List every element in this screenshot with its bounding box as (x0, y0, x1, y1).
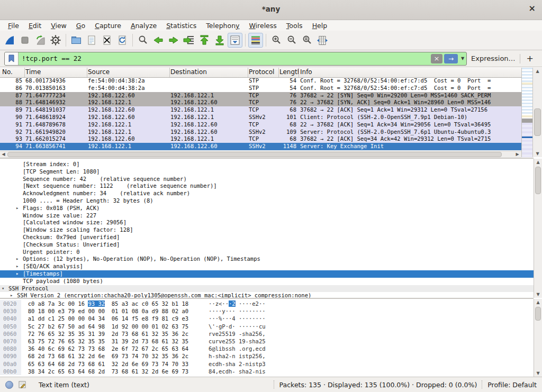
menu-view[interactable]: View (46, 21, 71, 31)
filter-bookmark-button[interactable] (5, 52, 19, 65)
detail-line[interactable]: Window size value: 227 (0, 212, 534, 220)
hex-row-0060[interactable]: 0060 72 76 65 32 35 35 31 39 2d 73 68 61… (0, 330, 534, 338)
detail-line[interactable]: Sequence number: 42 (relative sequence n… (0, 176, 534, 183)
hscroll-thumb[interactable] (7, 152, 502, 157)
close-window-button[interactable]: × (529, 4, 536, 13)
menu-help[interactable]: Help (308, 21, 332, 31)
reload-file-icon[interactable] (115, 33, 130, 48)
detail-line[interactable]: TCP payload (1080 bytes) (0, 278, 534, 285)
menu-go[interactable]: Go (71, 21, 90, 31)
packet-row-93[interactable]: 9371.662015274192.168.122.60192.168.122.… (0, 135, 521, 143)
stop-capture-icon[interactable] (17, 33, 32, 48)
start-capture-icon[interactable] (2, 33, 17, 48)
hex-vscrollbar[interactable]: ▲ ▼ (534, 299, 542, 377)
column-divider[interactable] (169, 68, 170, 77)
column-divider[interactable] (248, 68, 248, 77)
scroll-down-arrow[interactable]: ▼ (534, 370, 542, 377)
hex-row-0030[interactable]: 0030 80 18 00 e3 79 ed 00 00 01 01 08 0a… (0, 307, 534, 315)
open-file-icon[interactable] (69, 33, 84, 48)
go-to-packet-icon[interactable] (182, 33, 196, 48)
hex-row-0020[interactable]: 0020 c0 a8 7a 3c 00 16 93 32 85 a3 ac c0… (0, 300, 534, 307)
detail-line[interactable]: ▸Flags: 0x018 (PSH, ACK) (0, 205, 534, 212)
column-no[interactable]: No. (2, 68, 13, 76)
column-destination[interactable]: Destination (170, 68, 207, 76)
detail-line[interactable]: ▸[Timestamps] (0, 270, 534, 278)
zoom-in-icon[interactable] (269, 33, 284, 48)
detail-line[interactable]: ▸Options: (12 bytes), No-Operation (NOP)… (0, 256, 534, 263)
go-back-icon[interactable] (151, 33, 166, 48)
go-first-icon[interactable] (197, 33, 212, 48)
zoom-original-icon[interactable] (300, 33, 314, 48)
detail-line[interactable]: Urgent pointer: 0 (0, 249, 534, 256)
packet-list-hscrollbar[interactable]: ◀ ▶ (0, 151, 521, 158)
menu-analyze[interactable]: Analyze (126, 21, 161, 31)
packet-row-86[interactable]: 8670.013850163fe:54:00:d4:38:2aSTP54Conf… (0, 85, 521, 92)
display-filter-input[interactable]: !tcp.port == 22 × → ▼ (4, 52, 467, 66)
packet-row-92[interactable]: 9271.661949820192.168.122.1192.168.122.6… (0, 129, 521, 136)
capture-comment-icon[interactable] (18, 380, 26, 389)
hex-row-0080[interactable]: 0080 36 40 6c 69 62 73 73 68 2e 6f 72 67… (0, 345, 534, 352)
vscroll-thumb[interactable] (534, 108, 541, 136)
expert-info-icon[interactable] (5, 381, 13, 389)
hex-row-0040[interactable]: 0040 a1 dd c1 25 00 00 04 34 06 14 f5 e8… (0, 315, 534, 322)
column-info[interactable]: Info (300, 68, 312, 76)
hex-row-00b0[interactable]: 00b0 38 34 2c 65 63 64 68 2d 73 68 61 32… (0, 368, 534, 375)
scroll-up-arrow[interactable]: ▲ (534, 159, 542, 166)
packet-list-vscrollbar[interactable]: ▲ ▼ (532, 68, 542, 157)
column-divider[interactable] (87, 68, 87, 77)
detail-line[interactable]: ▸[SEQ/ACK analysis] (0, 263, 534, 270)
hex-row-00a0[interactable]: 00a0 65 63 64 68 2d 73 68 61 32 2d 6e 69… (0, 360, 534, 368)
detail-line[interactable]: [TCP Segment Len: 1080] (0, 168, 534, 176)
column-source[interactable]: Source (88, 68, 110, 76)
menu-edit[interactable]: Edit (24, 21, 46, 31)
expand-arrow-icon[interactable]: ▸ (16, 270, 19, 278)
column-time[interactable]: Time (25, 68, 41, 76)
colorize-icon[interactable] (248, 33, 263, 48)
packet-row-89[interactable]: 8971.648191037192.168.122.60192.168.122.… (0, 106, 521, 114)
packet-map[interactable] (521, 68, 532, 157)
scroll-down-arrow[interactable]: ▼ (533, 150, 542, 157)
add-filter-button[interactable]: + (525, 53, 538, 63)
detail-line[interactable]: ▾SSH Protocol (0, 285, 534, 293)
column-protocol[interactable]: Protocol (249, 68, 274, 76)
expand-arrow-icon[interactable]: ▸ (16, 256, 19, 263)
go-last-icon[interactable] (212, 33, 227, 48)
scroll-left-arrow[interactable]: ◀ (0, 151, 7, 158)
capture-options-icon[interactable] (48, 33, 63, 48)
expand-arrow-icon[interactable]: ▸ (16, 205, 19, 212)
find-packet-icon[interactable] (136, 33, 150, 48)
filter-apply-button[interactable]: → (444, 54, 458, 63)
filter-clear-button[interactable]: × (431, 54, 442, 63)
packet-row-85[interactable]: 8568.001734936fe:54:00:d4:38:2aSTP54Conf… (0, 77, 521, 85)
menu-file[interactable]: File (3, 21, 24, 31)
close-file-icon[interactable] (100, 33, 114, 48)
expand-arrow-icon[interactable]: ▸ (10, 292, 13, 298)
menu-telephony[interactable]: Telephony (201, 21, 244, 31)
filter-dropdown-caret[interactable]: ▼ (459, 56, 466, 61)
hex-row-0070[interactable]: 0070 63 75 72 76 65 32 35 35 31 39 2d 73… (0, 338, 534, 345)
expand-arrow-icon[interactable]: ▸ (16, 263, 19, 270)
packet-row-94[interactable]: 9471.663856741192.168.122.1192.168.122.6… (0, 143, 521, 150)
detail-line[interactable]: Acknowledgment number: 34 (relative ack … (0, 190, 534, 197)
zoom-out-icon[interactable] (284, 33, 299, 48)
column-length[interactable]: Length (279, 68, 299, 76)
detail-line[interactable]: ▸SSH Version 2 (encryption:chacha20-poly… (0, 292, 534, 298)
vscroll-thumb[interactable] (535, 307, 541, 321)
vscroll-thumb[interactable] (535, 167, 541, 194)
auto-scroll-icon[interactable] (228, 33, 242, 48)
hex-row-0090[interactable]: 0090 68 2d 73 68 61 32 2d 6e 69 73 74 70… (0, 352, 534, 360)
scroll-up-arrow[interactable]: ▲ (533, 68, 542, 75)
detail-line[interactable]: Checksum: 0x79ed [unverified] (0, 234, 534, 241)
title-bar[interactable]: *any × (0, 0, 542, 20)
packet-row-87[interactable]: 8771.647777234192.168.122.60192.168.122.… (0, 92, 521, 99)
menu-capture[interactable]: Capture (90, 21, 126, 31)
scroll-right-arrow[interactable]: ▶ (514, 151, 521, 158)
menu-tools[interactable]: Tools (282, 21, 308, 31)
menu-wireless[interactable]: Wireless (245, 21, 282, 31)
scroll-down-arrow[interactable]: ▼ (534, 291, 542, 298)
detail-line[interactable]: [Stream index: 0] (0, 161, 534, 168)
filter-text[interactable]: !tcp.port == 22 (19, 54, 431, 62)
restart-capture-icon[interactable] (33, 33, 48, 48)
go-forward-icon[interactable] (166, 33, 181, 48)
packet-row-88[interactable]: 8871.648146932192.168.122.1192.168.122.6… (0, 99, 521, 106)
